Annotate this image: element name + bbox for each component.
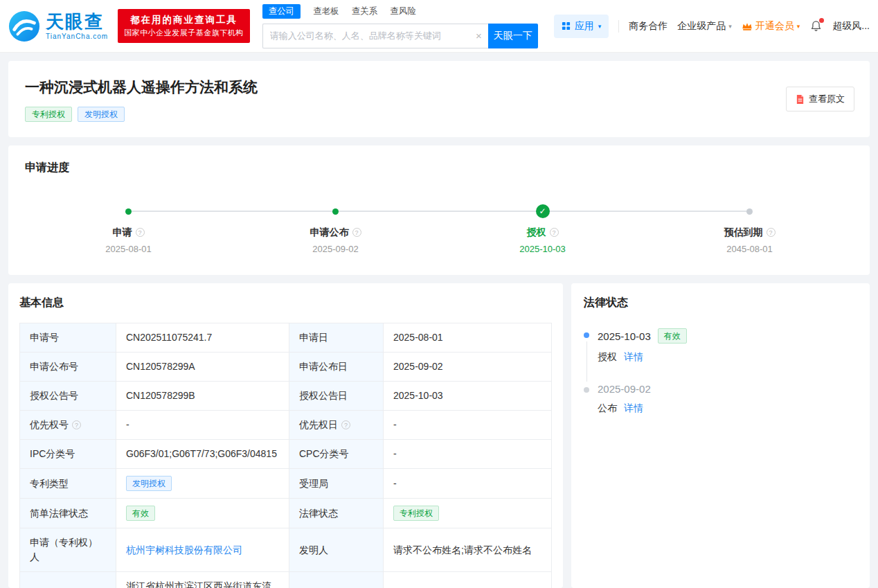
help-icon[interactable]: ? xyxy=(550,228,559,237)
brand-name: 天眼查 xyxy=(46,12,108,32)
basic-info-table: 申请号 CN202511075241.7 申请日 2025-08-01 申请公布… xyxy=(19,323,552,588)
search-tabs: 查公司 查老板 查关系 查风险 xyxy=(262,4,538,19)
nav-super-risk-label: 超级风... xyxy=(832,20,870,33)
table-row: 申请公布号 CN120578299A 申请公布日 2025-09-02 xyxy=(20,353,552,382)
site-header: 天眼查 TianYanCha.com 都在用的商业查询工具 国家中小企业发展子基… xyxy=(0,0,878,53)
status-tag-valid: 有效 xyxy=(658,328,687,344)
info-label: 地址 xyxy=(20,572,116,588)
help-icon[interactable]: ? xyxy=(767,228,776,237)
tab-search-boss[interactable]: 查老板 xyxy=(313,6,339,17)
view-original-label: 查看原文 xyxy=(809,93,845,105)
tab-search-company[interactable]: 查公司 xyxy=(262,4,301,19)
bottom-section: 基本信息 申请号 CN202511075241.7 申请日 2025-08-01… xyxy=(8,283,870,588)
clear-icon[interactable]: × xyxy=(476,30,482,42)
brand-domain: TianYanCha.com xyxy=(46,33,108,40)
progress-step-grant: ✓ 授权? 2025-10-03 xyxy=(439,204,646,254)
info-value: 杭州宇树科技股份有限公司 xyxy=(116,528,289,572)
info-value: CN120578299B xyxy=(116,382,289,411)
info-label: 简单法律状态 xyxy=(20,499,116,528)
pdf-icon xyxy=(796,94,805,105)
legal-status-card: 法律状态 2025-10-03 有效 授权 详情 20 xyxy=(571,283,870,588)
info-label: 授权公告日 xyxy=(289,382,384,411)
nav-business-label: 商务合作 xyxy=(629,20,668,33)
tianyancha-logo[interactable]: 天眼查 TianYanCha.com xyxy=(8,10,108,42)
legal-status-section-title: 法律状态 xyxy=(584,296,857,310)
info-value: 2025-08-01 xyxy=(384,323,552,353)
info-value: 有效 xyxy=(116,499,289,528)
progress-step-estimated-expiry: 预估到期? 2045-08-01 xyxy=(646,204,853,254)
patent-tags: 专利授权 发明授权 xyxy=(25,107,853,122)
step-date: 2025-08-01 xyxy=(25,244,232,254)
tab-search-relation[interactable]: 查关系 xyxy=(352,6,378,17)
table-row: 简单法律状态 有效 法律状态 专利授权 xyxy=(20,499,552,528)
check-circle-icon: ✓ xyxy=(536,204,550,218)
info-label: 授权公告号 xyxy=(20,382,116,411)
apps-grid-icon xyxy=(562,21,571,30)
chevron-down-icon: ▾ xyxy=(598,23,602,30)
help-icon[interactable]: ? xyxy=(341,420,350,429)
info-value: CN202511075241.7 xyxy=(116,323,289,353)
promo-banner: 都在用的商业查询工具 国家中小企业发展子基金旗下机构 xyxy=(118,9,250,43)
step-date: 2025-09-02 xyxy=(232,244,439,254)
check-icon: ✓ xyxy=(539,206,546,216)
progress-step-publication: 申请公布? 2025-09-02 xyxy=(232,204,439,254)
detail-link[interactable]: 详情 xyxy=(624,402,643,413)
legal-status-item: 2025-10-03 有效 授权 详情 xyxy=(584,328,857,383)
apps-label: 应用 xyxy=(575,20,594,33)
progress-section-title: 申请进度 xyxy=(25,161,853,175)
timeline-dot xyxy=(584,332,589,338)
info-label-text: 优先权日 xyxy=(299,419,338,430)
table-row: 地址 浙江省杭州市滨江区西兴街道东流路88号1幢306室 邮编 310051 xyxy=(20,572,552,588)
detail-link[interactable]: 详情 xyxy=(624,351,643,362)
table-row: 申请（专利权）人 杭州宇树科技股份有限公司 发明人 请求不公布姓名;请求不公布姓… xyxy=(20,528,552,572)
step-date: 2025-10-03 xyxy=(439,244,646,254)
step-label: 申请公布 xyxy=(310,226,349,238)
step-dot xyxy=(746,208,753,215)
table-row: IPC分类号 G06F3/01;G06T7/73;G06F3/04815 CPC… xyxy=(20,440,552,469)
search-block: 查公司 查老板 查关系 查风险 × 天眼一下 xyxy=(262,4,538,48)
nav-business-cooperation[interactable]: 商务合作 xyxy=(629,20,668,33)
application-progress-card: 申请进度 申请? 2025-08-01 申请公布? 2025-09-02 ✓ xyxy=(8,145,870,275)
help-icon[interactable]: ? xyxy=(72,420,81,429)
nav-open-vip[interactable]: 开通会员 ▾ xyxy=(742,20,800,33)
help-icon[interactable]: ? xyxy=(136,228,145,237)
progress-step-apply: 申请? 2025-08-01 xyxy=(25,204,232,254)
info-label: 发明人 xyxy=(289,528,384,572)
info-label: IPC分类号 xyxy=(20,440,116,469)
table-row: 优先权号? - 优先权日? - xyxy=(20,411,552,440)
tab-search-risk[interactable]: 查风险 xyxy=(390,6,416,17)
legal-status-item: 2025-09-02 公布 详情 xyxy=(584,383,857,434)
info-value: 310051 xyxy=(384,572,552,588)
view-original-button[interactable]: 查看原文 xyxy=(786,87,854,112)
step-label: 预估到期 xyxy=(724,226,763,238)
chevron-down-icon: ▾ xyxy=(728,23,732,30)
info-value: - xyxy=(384,440,552,469)
info-label-text: 优先权号 xyxy=(30,419,69,430)
nav-super-risk[interactable]: 超级风... xyxy=(832,20,870,33)
help-icon[interactable]: ? xyxy=(352,228,361,237)
chevron-down-icon: ▾ xyxy=(797,23,800,30)
crown-icon xyxy=(742,21,753,31)
info-value: 发明授权 xyxy=(116,469,289,499)
table-row: 授权公告号 CN120578299B 授权公告日 2025-10-03 xyxy=(20,382,552,411)
info-label: 优先权号? xyxy=(20,411,116,440)
search-button[interactable]: 天眼一下 xyxy=(488,24,538,48)
info-label: 申请公布日 xyxy=(289,353,384,382)
table-row: 申请号 CN202511075241.7 申请日 2025-08-01 xyxy=(20,323,552,353)
nav-vip-label: 开通会员 xyxy=(755,20,794,33)
step-date: 2045-08-01 xyxy=(646,244,853,254)
timeline-dot xyxy=(584,387,589,393)
notification-dot xyxy=(819,18,824,23)
notification-bell[interactable] xyxy=(809,19,823,33)
info-label: 申请公布号 xyxy=(20,353,116,382)
progress-timeline: 申请? 2025-08-01 申请公布? 2025-09-02 ✓ 授权? 20… xyxy=(25,204,853,254)
search-input[interactable] xyxy=(263,30,488,41)
info-label: 专利类型 xyxy=(20,469,116,499)
info-label: 申请日 xyxy=(289,323,384,353)
info-label: 法律状态 xyxy=(289,499,384,528)
nav-enterprise-products[interactable]: 企业级产品 ▾ xyxy=(677,20,732,33)
apps-menu[interactable]: 应用 ▾ xyxy=(554,15,609,38)
applicant-company-link[interactable]: 杭州宇树科技股份有限公司 xyxy=(126,544,242,555)
legal-date: 2025-10-03 xyxy=(598,330,651,342)
legal-status-timeline: 2025-10-03 有效 授权 详情 2025-09-02 公布 xyxy=(584,328,857,434)
